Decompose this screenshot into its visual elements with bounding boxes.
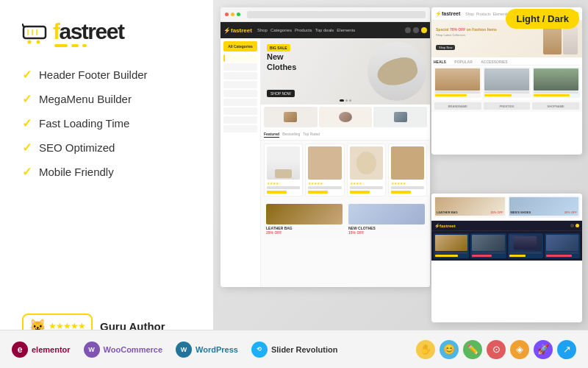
screenshots-panel: ⚡fastreet Shop Categories Products Top d… (213, 0, 588, 330)
stars-2: ★★★★★ (308, 181, 341, 185)
feature-mobile: ✓ Mobile Friendly (22, 165, 191, 179)
logo-area: fastreet (22, 21, 191, 47)
fashion-products: HEALS POPULAR ACCESSORIES (431, 57, 582, 100)
max-dot (237, 13, 240, 16)
nav-deals: Top deals (315, 28, 334, 32)
sidebar-header: All Categories (223, 41, 257, 52)
nav-icon-cart (421, 27, 427, 33)
product-img-1 (267, 146, 300, 180)
price-1 (267, 191, 287, 194)
hero-title: NewClothes (267, 52, 296, 73)
theme-badge: Light / Dark (506, 9, 579, 29)
price-3 (350, 191, 370, 194)
nav-icon-1 (405, 27, 411, 33)
product-img-3 (350, 146, 383, 180)
min-dot (231, 13, 234, 16)
sale-items: LEATHER BAG 25% OFF NEW CLOTHES 15% OFF (261, 199, 430, 239)
share-icon[interactable]: ↗ (557, 340, 576, 359)
sidebar-item-1 (223, 54, 257, 62)
browser-bar (220, 7, 430, 22)
screen-sidebar: All Categories (220, 38, 261, 287)
hero-banner: BIG SALE NewClothes SHOP NOW (261, 38, 430, 105)
title-4 (391, 186, 424, 189)
svg-rect-0 (24, 26, 46, 38)
price-2 (308, 191, 328, 194)
tertiary-product-row: LEATHER BAG 25% OFF MEN'S SHOES 20% OFF (431, 194, 582, 220)
hand-icon[interactable]: ✋ (416, 340, 435, 359)
sidebar-item-2 (223, 63, 257, 71)
screen-main: ⚡fastreet Shop Categories Products Top d… (220, 7, 430, 287)
product-1: ★★★★☆ (264, 144, 303, 197)
rocket-icon[interactable]: 🚀 (534, 340, 553, 359)
hero-cta: SHOP NOW (267, 90, 295, 97)
product-img-4 (391, 146, 424, 180)
nav-elements: Elements (337, 28, 355, 32)
woocommerce-logo: W WooCommerce (84, 342, 162, 358)
title-2 (308, 186, 341, 189)
sidebar-item-7 (223, 107, 257, 115)
wordpress-logo: W WordPress (176, 342, 238, 358)
feature-header-footer: ✓ Header Footer Builder (22, 68, 191, 82)
title-1 (267, 186, 300, 189)
sidebar-item-8 (223, 116, 257, 124)
social-icons: ✋ 😊 ✏️ ⊙ ◈ 🚀 ↗ (416, 340, 576, 359)
gamepad-icon[interactable]: ◈ (510, 340, 529, 359)
product-img-2 (308, 146, 341, 180)
slider-revolution-logo: ⟲ Slider Revolution (251, 342, 337, 358)
feature-megamenu: ✓ MegaMenu Builder (22, 92, 191, 106)
slider-icon: ⟲ (251, 342, 268, 358)
logo-f: f (53, 19, 60, 43)
check-icon-1: ✓ (22, 68, 32, 82)
sidebar-item-6 (223, 99, 257, 106)
features-list: ✓ Header Footer Builder ✓ MegaMenu Build… (22, 68, 191, 296)
sale-item-2: NEW CLOTHES 15% OFF (346, 202, 427, 237)
nav-icons (405, 27, 427, 33)
nav-icon-2 (413, 27, 419, 33)
product-grid: ★★★★☆ ★★★★★ (261, 141, 430, 199)
nav-shop: Shop (257, 28, 268, 32)
sidebar-item-9 (223, 125, 257, 132)
sidebar-item-5 (223, 90, 257, 97)
product-2: ★★★★★ (305, 144, 344, 197)
screenshot-bg: ⚡fastreet Shop Categories Products Top d… (213, 0, 588, 330)
cart-icon (22, 24, 50, 44)
elementor-logo: e elementor (12, 342, 71, 358)
left-panel: fastreet ✓ Header Footer Builder ✓ MegaM… (0, 0, 213, 368)
feature-seo: ✓ SEO Optimized (22, 141, 191, 155)
product-tabs: Featured Bestselling Top Rated (261, 130, 430, 141)
face-icon[interactable]: 😊 (440, 340, 459, 359)
nav-items: Shop Categories Products Top deals Eleme… (257, 28, 355, 32)
hero-badge: BIG SALE (267, 44, 290, 52)
carousel-dots (340, 99, 351, 102)
close-dot (225, 13, 229, 16)
screen-main-content: BIG SALE NewClothes SHOP NOW (261, 38, 430, 287)
screen-content: All Categories BIG SALE NewC (220, 38, 430, 287)
nav-logo: ⚡fastreet (223, 27, 252, 34)
dark-section: ⚡fastreet (431, 221, 582, 261)
nav-categories: Categories (270, 28, 292, 32)
product-3: ★★★★☆ (347, 144, 386, 197)
woocommerce-icon: W (84, 342, 100, 358)
nav-products: Products (295, 28, 312, 32)
tertiary-light-section: LEATHER BAG 25% OFF MEN'S SHOES 20% OFF (431, 194, 582, 221)
hero-product-img (368, 42, 426, 101)
fashion-logo: ⚡fastreet (435, 11, 460, 17)
elementor-icon: e (12, 342, 28, 358)
price-4 (391, 191, 411, 194)
screen-nav: ⚡fastreet Shop Categories Products Top d… (220, 22, 430, 38)
product-4: ★★★★★ (388, 144, 427, 197)
screen-secondary: ⚡fastreet Shop Products Elements Special… (431, 7, 582, 155)
url-bar (247, 11, 426, 18)
ring-icon[interactable]: ⊙ (487, 340, 506, 359)
pencil-icon[interactable]: ✏️ (463, 340, 482, 359)
stars-1: ★★★★☆ (267, 181, 300, 185)
screen-tertiary: LEATHER BAG 25% OFF MEN'S SHOES 20% OFF (431, 194, 582, 322)
feature-fast-loading: ✓ Fast Loading Time (22, 116, 191, 130)
sale-item-1: LEATHER BAG 25% OFF (264, 202, 345, 237)
stars-4: ★★★★★ (391, 181, 424, 185)
check-icon-3: ✓ (22, 116, 32, 130)
sidebar-item-4 (223, 81, 257, 88)
check-icon-5: ✓ (22, 165, 32, 179)
logo-astreet: astreet (60, 19, 124, 43)
stars-3: ★★★★☆ (350, 181, 383, 185)
